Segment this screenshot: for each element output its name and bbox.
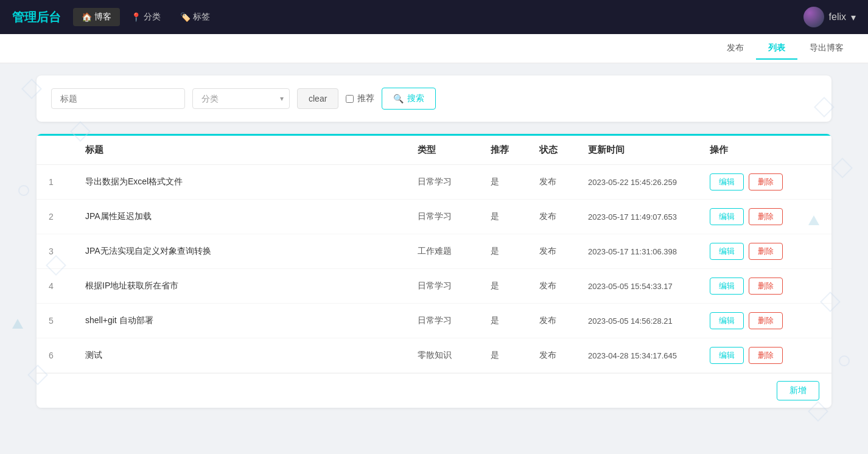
category-select-wrap: 分类 日常学习 工作难题 零散知识 ▾ xyxy=(192,88,290,109)
edit-button[interactable]: 编辑 xyxy=(710,347,744,364)
search-icon: 🔍 xyxy=(393,94,404,103)
row-type: 日常学习 xyxy=(418,281,491,292)
search-button[interactable]: 🔍 搜索 xyxy=(382,88,436,110)
delete-button[interactable]: 删除 xyxy=(749,312,783,329)
row-index: 3 xyxy=(49,246,85,256)
row-time: 2023-05-22 15:45:26.259 xyxy=(588,178,710,187)
nav-label-category: 分类 xyxy=(144,12,161,23)
search-label: 搜索 xyxy=(407,93,424,104)
row-index: 6 xyxy=(49,351,85,360)
row-recommend: 是 xyxy=(491,176,539,187)
recommend-checkbox[interactable] xyxy=(346,95,354,103)
username: felix xyxy=(829,12,846,23)
row-actions: 编辑 删除 xyxy=(710,278,819,295)
edit-button[interactable]: 编辑 xyxy=(710,278,744,295)
row-type: 工作难题 xyxy=(418,246,491,257)
col-status: 状态 xyxy=(539,144,588,156)
delete-button[interactable]: 删除 xyxy=(749,243,783,260)
table-row: 5 shell+git 自动部署 日常学习 是 发布 2023-05-05 14… xyxy=(37,304,831,338)
row-index: 2 xyxy=(49,212,85,222)
row-title: 测试 xyxy=(85,350,418,361)
sub-btn-export[interactable]: 导出博客 xyxy=(797,38,856,60)
row-recommend: 是 xyxy=(491,246,539,257)
row-title: JPA属性延迟加载 xyxy=(85,211,418,222)
col-recommend: 推荐 xyxy=(491,144,539,156)
title-search-input[interactable] xyxy=(51,88,185,109)
deco-8 xyxy=(832,158,853,178)
nav-item-blog[interactable]: 🏠 博客 xyxy=(73,8,120,26)
row-actions: 编辑 删除 xyxy=(710,347,819,364)
col-title: 标题 xyxy=(85,144,418,156)
table-panel: 标题 类型 推荐 状态 更新时间 操作 1 导出数据为Excel格式文件 日常学… xyxy=(37,134,831,408)
col-actions: 操作 xyxy=(710,144,819,156)
deco-11 xyxy=(839,355,850,366)
col-time: 更新时间 xyxy=(588,144,710,156)
nav-item-tag[interactable]: 🏷️ 标签 xyxy=(172,8,219,26)
row-status: 发布 xyxy=(539,246,588,257)
row-status: 发布 xyxy=(539,281,588,292)
row-actions: 编辑 删除 xyxy=(710,208,819,225)
add-button[interactable]: 新增 xyxy=(777,381,819,400)
table-row: 3 JPA无法实现自定义对象查询转换 工作难题 是 发布 2023-05-17 … xyxy=(37,234,831,269)
row-title: 导出数据为Excel格式文件 xyxy=(85,176,418,187)
col-index xyxy=(49,144,85,156)
category-select[interactable]: 分类 日常学习 工作难题 零散知识 xyxy=(192,88,290,109)
row-type: 日常学习 xyxy=(418,211,491,222)
row-title: shell+git 自动部署 xyxy=(85,315,418,326)
row-actions: 编辑 删除 xyxy=(710,243,819,260)
row-index: 5 xyxy=(49,316,85,326)
row-status: 发布 xyxy=(539,315,588,326)
recommend-filter: 推荐 xyxy=(346,93,374,104)
col-type: 类型 xyxy=(418,144,491,156)
table-footer: 新增 xyxy=(37,373,831,408)
dropdown-icon: ▾ xyxy=(851,12,856,23)
navbar: 管理后台 🏠 博客 📍 分类 🏷️ 标签 felix ▾ xyxy=(0,0,868,34)
home-icon: 🏠 xyxy=(82,12,92,22)
user-menu[interactable]: felix ▾ xyxy=(803,7,856,27)
clear-button[interactable]: clear xyxy=(297,88,338,109)
sub-btn-list[interactable]: 列表 xyxy=(756,38,797,60)
edit-button[interactable]: 编辑 xyxy=(710,312,744,329)
sub-toolbar: 发布 列表 导出博客 xyxy=(0,34,868,63)
row-time: 2023-05-05 14:56:28.21 xyxy=(588,316,710,326)
avatar xyxy=(803,7,824,27)
row-type: 日常学习 xyxy=(418,176,491,187)
edit-button[interactable]: 编辑 xyxy=(710,243,744,260)
content-area: 分类 日常学习 工作难题 零散知识 ▾ clear 推荐 🔍 搜索 标题 类型 … xyxy=(0,63,868,454)
row-time: 2023-05-17 11:49:07.653 xyxy=(588,212,710,222)
table-row: 1 导出数据为Excel格式文件 日常学习 是 发布 2023-05-22 15… xyxy=(37,165,831,200)
brand-title: 管理后台 xyxy=(12,9,61,26)
row-time: 2023-05-17 11:31:06.398 xyxy=(588,247,710,256)
row-index: 1 xyxy=(49,177,85,187)
row-index: 4 xyxy=(49,281,85,291)
row-status: 发布 xyxy=(539,211,588,222)
row-actions: 编辑 删除 xyxy=(710,312,819,329)
row-recommend: 是 xyxy=(491,315,539,326)
row-status: 发布 xyxy=(539,350,588,361)
search-panel: 分类 日常学习 工作难题 零散知识 ▾ clear 推荐 🔍 搜索 xyxy=(37,75,831,122)
edit-button[interactable]: 编辑 xyxy=(710,173,744,190)
row-recommend: 是 xyxy=(491,281,539,292)
edit-button[interactable]: 编辑 xyxy=(710,208,744,225)
row-type: 零散知识 xyxy=(418,350,491,361)
pin-icon: 📍 xyxy=(131,12,141,22)
table-row: 2 JPA属性延迟加载 日常学习 是 发布 2023-05-17 11:49:0… xyxy=(37,200,831,234)
sub-btn-publish[interactable]: 发布 xyxy=(715,38,756,60)
delete-button[interactable]: 删除 xyxy=(749,347,783,364)
table-row: 6 测试 零散知识 是 发布 2023-04-28 15:34:17.645 编… xyxy=(37,338,831,373)
table-header: 标题 类型 推荐 状态 更新时间 操作 xyxy=(37,134,831,165)
nav-label-blog: 博客 xyxy=(94,12,111,23)
row-type: 日常学习 xyxy=(418,315,491,326)
row-status: 发布 xyxy=(539,176,588,187)
row-time: 2023-04-28 15:34:17.645 xyxy=(588,351,710,360)
delete-button[interactable]: 删除 xyxy=(749,208,783,225)
nav-items: 🏠 博客 📍 分类 🏷️ 标签 xyxy=(73,8,219,26)
delete-button[interactable]: 删除 xyxy=(749,278,783,295)
nav-item-category[interactable]: 📍 分类 xyxy=(122,8,169,26)
row-time: 2023-05-05 15:54:33.17 xyxy=(588,282,710,291)
delete-button[interactable]: 删除 xyxy=(749,173,783,190)
recommend-label: 推荐 xyxy=(357,93,374,104)
row-recommend: 是 xyxy=(491,350,539,361)
table-row: 4 根据IP地址获取所在省市 日常学习 是 发布 2023-05-05 15:5… xyxy=(37,269,831,304)
row-title: JPA无法实现自定义对象查询转换 xyxy=(85,246,418,257)
